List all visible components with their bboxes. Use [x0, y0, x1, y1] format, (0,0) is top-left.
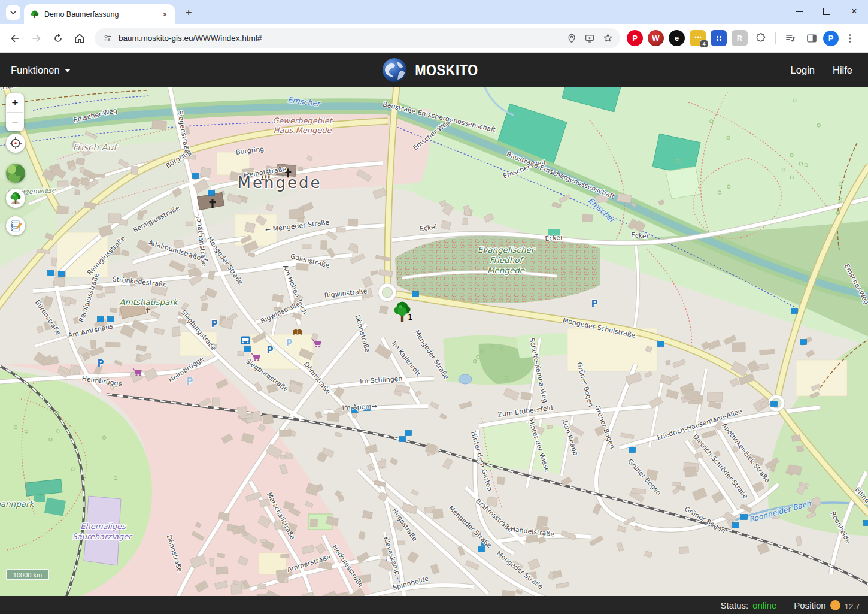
map-selection-square[interactable]: [59, 271, 65, 277]
ext-letter: e: [675, 34, 679, 43]
browser-tabstrip: Demo Baumerfassung × + ×: [0, 0, 868, 24]
url-text[interactable]: baum.moskito-gis.eu/WWW/index.html#: [119, 34, 560, 43]
browser-menu-button[interactable]: [840, 28, 860, 49]
ext-letter: R: [737, 34, 742, 43]
map-selection-square[interactable]: [791, 308, 798, 314]
toolbar-divider: [775, 32, 776, 44]
map-selection-square[interactable]: [629, 447, 636, 453]
globe-logo-icon: [381, 57, 408, 83]
url-bar[interactable]: baum.moskito-gis.eu/WWW/index.html#: [95, 28, 620, 48]
extension-pinterest-icon[interactable]: P: [627, 30, 643, 46]
map-selection-square[interactable]: [864, 521, 868, 526]
minimize-button[interactable]: [785, 0, 813, 23]
playlist-icon: [784, 32, 796, 44]
kebab-menu-icon: [844, 32, 856, 44]
brand-name: MOSKITO: [415, 62, 478, 79]
parking-private-icon: P: [187, 376, 193, 387]
new-tab-button[interactable]: +: [181, 5, 196, 20]
tree-icon: [8, 191, 23, 205]
map-label: Haus Mengede: [274, 126, 332, 135]
browser-tab[interactable]: Demo Baumerfassung ×: [24, 4, 175, 24]
map-selection-square[interactable]: [48, 271, 54, 276]
tab-search-button[interactable]: [6, 5, 20, 20]
reload-icon: [52, 32, 64, 44]
home-button[interactable]: [69, 28, 90, 49]
position-segment[interactable]: Position 12.7: [785, 596, 868, 614]
map-selection-square[interactable]: [741, 515, 748, 520]
notes-tool-button[interactable]: [6, 216, 25, 235]
map-label: Mengede: [238, 174, 322, 192]
map-label: Amtshauspark: [119, 297, 179, 307]
map-selection-square[interactable]: [193, 173, 199, 179]
tab-title: Demo Baumerfassung: [44, 10, 155, 19]
extension-grey-icon[interactable]: R: [732, 30, 748, 46]
map-selection-square[interactable]: [800, 340, 807, 345]
map-selection-square[interactable]: [244, 347, 251, 352]
svg-text:P: P: [98, 358, 104, 369]
grid-dots-icon: [715, 34, 723, 43]
map-selection-square[interactable]: [405, 431, 412, 436]
zoom-in-button[interactable]: +: [6, 93, 24, 112]
scale-bar: 10000 km: [6, 569, 49, 580]
profile-avatar[interactable]: P: [823, 31, 839, 46]
parking-icon: P: [267, 345, 274, 356]
chevron-down-icon: [10, 9, 17, 16]
svg-text:P: P: [211, 319, 218, 329]
maximize-icon: [823, 8, 830, 15]
map-selection-square[interactable]: [399, 437, 406, 442]
funktionen-menu[interactable]: Funktionen: [0, 53, 81, 87]
extension-yellow-icon[interactable]: 4: [690, 30, 706, 46]
map-selection-square[interactable]: [412, 292, 419, 297]
close-button[interactable]: ×: [840, 0, 868, 23]
map-selection-square[interactable]: [208, 190, 215, 196]
crosshair-icon: [9, 137, 22, 150]
tab-close-button[interactable]: ×: [160, 9, 170, 19]
site-settings-icon[interactable]: [101, 32, 114, 45]
map-selection-square[interactable]: [771, 401, 778, 407]
map-selection-square[interactable]: [98, 317, 104, 322]
forward-button[interactable]: [26, 28, 47, 49]
extension-black-icon[interactable]: e: [669, 30, 685, 46]
map-canvas[interactable]: PPPPPP 1 BurgringBurgringSiegenstraßeFre…: [0, 87, 868, 596]
login-link[interactable]: Login: [791, 65, 815, 76]
side-panel-button[interactable]: [802, 28, 822, 49]
minimize-icon: [796, 11, 803, 12]
zoom-out-button[interactable]: −: [6, 113, 24, 131]
brand: MOSKITO: [381, 57, 487, 83]
map-container: PPPPPP 1 BurgringBurgringSiegenstraßeFre…: [0, 87, 868, 596]
extension-blue-icon[interactable]: [711, 30, 727, 46]
svg-text:P: P: [286, 338, 293, 349]
parking-private-icon: P: [286, 338, 293, 349]
map-label: Evangelischer: [478, 245, 536, 255]
tree-tool-button[interactable]: [6, 189, 25, 208]
bookmark-star-icon[interactable]: [601, 32, 614, 45]
notepad-pencil-icon: [8, 219, 23, 233]
map-selection-square[interactable]: [108, 317, 114, 322]
extension-maroon-icon[interactable]: W: [648, 30, 664, 46]
media-playlist-button[interactable]: [780, 28, 800, 49]
map-label: Frisch Auf: [72, 142, 119, 153]
svg-text:P: P: [187, 376, 193, 387]
landscape-layer-button[interactable]: [6, 164, 25, 183]
map-label: Mengede: [487, 265, 526, 275]
map-selection-square[interactable]: [478, 547, 485, 552]
app-header: Funktionen MOSKITO Login Hilfe: [0, 53, 868, 87]
ext-letter: W: [652, 34, 659, 43]
parking-icon: P: [211, 319, 218, 329]
forward-icon: [31, 32, 43, 44]
locate-button[interactable]: [6, 134, 25, 153]
zoom-control: + −: [6, 93, 24, 131]
position-dot-icon: [830, 600, 840, 610]
map-selection-square[interactable]: [658, 341, 664, 347]
map-selection-square[interactable]: [733, 523, 739, 528]
back-button[interactable]: [5, 28, 25, 49]
extensions-menu-button[interactable]: [751, 28, 771, 49]
position-label: Position: [794, 600, 825, 610]
window-controls: ×: [785, 0, 868, 23]
position-value: 12.7: [845, 602, 860, 611]
install-app-icon[interactable]: [583, 32, 596, 45]
maximize-button[interactable]: [813, 0, 840, 23]
reload-button[interactable]: [48, 28, 68, 49]
location-icon[interactable]: [565, 32, 578, 45]
hilfe-link[interactable]: Hilfe: [833, 65, 852, 76]
